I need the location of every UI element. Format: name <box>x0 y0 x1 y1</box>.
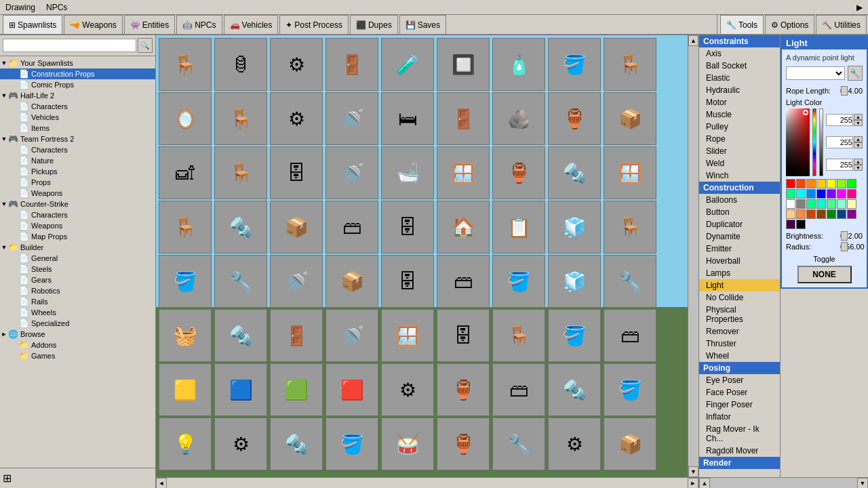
tab-entities[interactable]: 👾Entities <box>124 15 175 34</box>
sprite-item[interactable]: 🪑 <box>604 201 656 253</box>
scroll-up-button[interactable]: ▲ <box>688 35 698 46</box>
right-tab-tools[interactable]: 🔧Tools <box>720 15 764 34</box>
sprite-item[interactable]: 🗄 <box>270 146 323 199</box>
sprite-item[interactable]: 🚿 <box>326 92 378 145</box>
tree-node-cs-characters[interactable]: 📄Characters <box>0 209 155 220</box>
r-input[interactable] <box>826 114 853 126</box>
color-swatch-15[interactable] <box>796 199 806 209</box>
sprite-item[interactable]: 🪣 <box>326 418 378 470</box>
color-swatch-14[interactable] <box>786 199 795 209</box>
tree-node-cs-weapons[interactable]: 📄Weapons <box>0 220 155 231</box>
expand-team-fortress-2[interactable]: ▼ <box>0 136 8 142</box>
color-swatch-2[interactable] <box>806 179 816 188</box>
search-button[interactable]: 🔍 <box>138 38 153 53</box>
tab-npcs[interactable]: 🤖NPCs <box>176 15 222 34</box>
color-swatch-18[interactable] <box>827 199 836 209</box>
posing-inflator[interactable]: Inflator <box>699 411 780 423</box>
rope-length-slider[interactable] <box>840 86 842 96</box>
color-swatch-11[interactable] <box>827 189 836 199</box>
constraint-winch[interactable]: Winch <box>699 169 780 182</box>
rope-slider-thumb[interactable] <box>841 86 848 96</box>
tree-node-builder-robotics[interactable]: 📄Robotics <box>0 285 155 296</box>
color-swatch-4[interactable] <box>827 179 836 188</box>
sprite-item[interactable]: 🪑 <box>159 201 212 253</box>
sprite-item[interactable]: 🪑 <box>214 92 267 145</box>
color-swatch-1[interactable] <box>796 179 806 188</box>
tree-node-games[interactable]: 📁Games <box>0 350 155 361</box>
tree-node-hl2-characters[interactable]: 📄Characters <box>0 101 155 112</box>
expand-icon[interactable]: ▶ <box>856 3 863 12</box>
sprite-item[interactable]: 🪑 <box>604 38 656 91</box>
menu-drawing[interactable]: Drawing <box>5 3 35 12</box>
sprite-item[interactable]: 📦 <box>326 255 378 308</box>
sprite-item[interactable]: 🏠 <box>437 201 490 253</box>
color-swatch-16[interactable] <box>806 199 816 209</box>
sprite-item[interactable]: 📦 <box>270 201 323 253</box>
r-up-btn[interactable]: ▲ <box>854 114 863 120</box>
color-swatch-24[interactable] <box>816 209 826 219</box>
tree-node-tf2-nature[interactable]: 📄Nature <box>0 155 155 166</box>
center-scrollbar[interactable]: ▲ ▼ <box>688 35 698 477</box>
tree-node-builder-steels[interactable]: 📄Steels <box>0 264 155 274</box>
tree-node-half-life-2[interactable]: ▼🎮Half-Life 2 <box>0 90 155 101</box>
hue-bar[interactable] <box>812 108 816 176</box>
tree-node-comic-props[interactable]: 📄Comic Props <box>0 79 155 90</box>
constraint-weld[interactable]: Weld <box>699 157 780 169</box>
right-scroll-up[interactable]: ▲ <box>699 478 710 488</box>
expand-browse[interactable]: ► <box>0 331 8 338</box>
constraint-slider[interactable]: Slider <box>699 145 780 157</box>
g-up-btn[interactable]: ▲ <box>854 136 863 142</box>
color-swatch-8[interactable] <box>796 189 806 199</box>
tree-node-hl2-vehicles[interactable]: 📄Vehicles <box>0 112 155 123</box>
sprite-item[interactable]: 🗃 <box>326 201 378 253</box>
sprite-item[interactable]: 🧪 <box>381 38 434 91</box>
tab-vehicles[interactable]: 🚗Vehicles <box>224 15 279 34</box>
sprite-item[interactable]: 🪑 <box>492 309 545 362</box>
sprite-item[interactable]: 📦 <box>604 418 656 470</box>
sprite-item[interactable]: 🥁 <box>381 418 434 470</box>
wrench-button[interactable]: 🔧 <box>848 66 863 81</box>
sprite-item[interactable]: 🔩 <box>548 146 601 199</box>
sprite-item[interactable]: 🔲 <box>437 38 490 91</box>
sprite-item[interactable]: 🚿 <box>326 146 378 199</box>
color-swatch-29[interactable] <box>796 220 806 229</box>
b-down-btn[interactable]: ▼ <box>854 165 863 171</box>
tree-node-counter-strike[interactable]: ▼🎮Counter-Strike <box>0 199 155 209</box>
sprite-item[interactable]: 🔧 <box>604 255 656 308</box>
sprite-item[interactable]: 🟩 <box>270 363 323 416</box>
sprite-item[interactable]: 🪟 <box>604 146 656 199</box>
tab-spawnlists[interactable]: ⊞Spawnlists <box>3 15 62 34</box>
expand-your-spawnlists[interactable]: ▼ <box>0 60 8 66</box>
sprite-item[interactable]: 🗃 <box>492 363 545 416</box>
sprite-item[interactable]: 🟦 <box>214 363 267 416</box>
tab-weapons[interactable]: 🔫Weapons <box>64 15 122 34</box>
sprite-item[interactable]: 🗃 <box>437 255 490 308</box>
sprite-item[interactable]: 🔩 <box>548 363 601 416</box>
sprite-item[interactable]: 🚪 <box>270 309 323 362</box>
brightness-slider[interactable] <box>840 235 842 237</box>
construction-dynamite[interactable]: Dynamite <box>699 230 780 243</box>
brightness-thumb[interactable] <box>841 231 848 241</box>
tree-node-tf2-props[interactable]: 📄Props <box>0 177 155 188</box>
sprite-item[interactable]: ⚙ <box>548 418 601 470</box>
posing-rag-mover---ik-ch[interactable]: Rag Mover - Ik Ch... <box>699 423 780 445</box>
expand-half-life-2[interactable]: ▼ <box>0 92 8 99</box>
constraint-muscle[interactable]: Muscle <box>699 108 780 121</box>
tree-node-your-spawnlists[interactable]: ▼📁Your Spawnlists <box>0 58 155 68</box>
tree-node-builder-general[interactable]: 📄General <box>0 253 155 264</box>
sprite-item[interactable]: 🪣 <box>548 38 601 91</box>
alpha-bar[interactable] <box>819 108 823 176</box>
sprite-item[interactable]: 📦 <box>604 92 656 145</box>
sprite-item[interactable]: 🛁 <box>381 146 434 199</box>
sprite-item[interactable]: 📋 <box>492 201 545 253</box>
color-swatch-3[interactable] <box>816 179 826 188</box>
color-swatch-13[interactable] <box>847 189 856 199</box>
sprite-item[interactable]: 🚪 <box>437 92 490 145</box>
sprite-item[interactable]: 🚿 <box>326 309 378 362</box>
g-down-btn[interactable]: ▼ <box>854 142 863 148</box>
sprite-item[interactable]: 🟥 <box>326 363 378 416</box>
constraint-axis[interactable]: Axis <box>699 47 780 60</box>
sprite-item[interactable]: 🗃 <box>604 309 656 362</box>
sprite-item[interactable]: ⚙ <box>214 418 267 470</box>
expand-builder[interactable]: ▼ <box>0 244 8 251</box>
